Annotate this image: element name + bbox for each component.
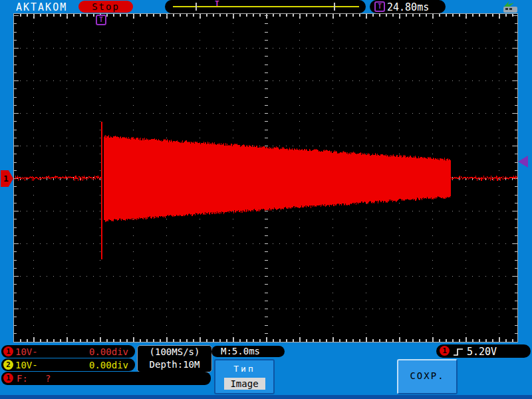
channel2-badge: 2 (3, 360, 13, 370)
save-softkey-button[interactable]: СОХР. (397, 359, 458, 394)
type-softkey-button[interactable]: Тип Image (214, 359, 275, 394)
channel2-scale: 10V- (15, 360, 38, 370)
bottom-frame-strip (0, 395, 532, 399)
window-start-tick (196, 3, 197, 11)
graticule (13, 13, 518, 342)
frequency-value: ? (45, 373, 51, 384)
channel1-badge: 1 (3, 346, 13, 356)
channel1-readout: 1 10V- 0.00div (1, 345, 135, 358)
channel2-offset: 0.00div (89, 360, 128, 370)
type-softkey-value: Image (224, 378, 265, 390)
channel1-offset: 0.00div (89, 346, 128, 357)
memory-position-bar: T (165, 0, 366, 13)
timebase-readout: M:5.0ms (211, 346, 285, 357)
rising-edge-icon (453, 346, 464, 359)
trigger-level-value: 5.20V (467, 346, 497, 358)
acquisition-readout: (100MS/s) Depth:10M (137, 345, 212, 372)
type-softkey-title: Тип (215, 364, 273, 374)
memory-trigger-marker: T (215, 0, 219, 8)
measure-source-badge: 1 (3, 373, 13, 383)
channel1-position-marker: 1 (1, 170, 13, 187)
memory-line (173, 6, 359, 7)
frequency-label: F: (17, 373, 28, 384)
trigger-readout: 1 5.20V (436, 344, 531, 358)
trigger-T-icon: T (374, 1, 385, 12)
window-end-tick (334, 3, 335, 11)
trigger-time-readout: T 24.80ms (370, 0, 446, 13)
sample-rate: (100MS/s) (138, 346, 211, 358)
trigger-position-marker: T (96, 15, 106, 25)
trigger-source-badge: 1 (440, 346, 450, 356)
trigger-level-arrow-icon (518, 156, 528, 168)
channel1-scale: 10V- (15, 346, 38, 357)
acquisition-state-badge: Stop (78, 1, 133, 13)
waveform-canvas (14, 14, 517, 342)
channel2-readout: 2 10V- 0.00div (1, 358, 135, 371)
frequency-readout: 1 F: ? (1, 372, 211, 385)
trigger-time-value: 24.80ms (387, 1, 429, 13)
memory-depth: Depth:10M (138, 358, 211, 371)
brand-logo: AKTAKOM (16, 1, 67, 13)
